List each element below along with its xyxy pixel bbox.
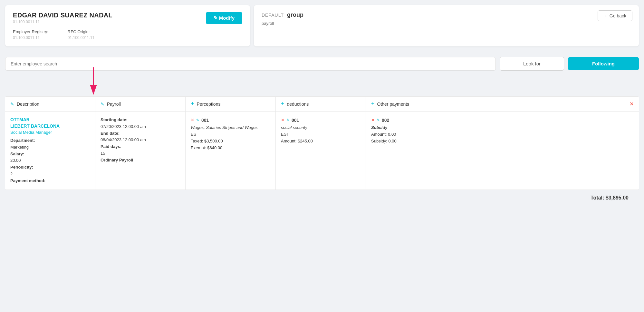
paid-days-label: Paid days:	[101, 143, 180, 150]
end-date-value: 08/04/2023 12:00:00 am	[101, 137, 180, 143]
employer-registry-value: 01.100.0011.11	[13, 35, 48, 40]
employee-first-name[interactable]: OTTMAR	[10, 117, 90, 123]
starting-date-label: Starting date:	[101, 117, 180, 123]
table-body: OTTMAR LIEBERT BARCELONA Social Media Ma…	[5, 112, 639, 190]
deduction-amount: Amount: $245.00	[281, 138, 360, 145]
col-payroll-header[interactable]: ✎ Payroll	[95, 97, 186, 111]
group-name: group	[287, 12, 303, 18]
edit-icon-other[interactable]: ✎	[377, 117, 380, 123]
look-for-button[interactable]: Look for	[500, 57, 564, 71]
employer-registry-label: Employer Registry:	[13, 29, 48, 34]
perception-code: 001	[201, 117, 209, 124]
col-description-label: Description	[17, 102, 39, 107]
other-entry-1: ✕ ✎ 002 Subsidy Amount: 0.00 Subsidy: 0.…	[371, 117, 634, 145]
perception-tag: ES	[191, 131, 270, 138]
other-code: 002	[382, 117, 389, 124]
plus-icon-other: +	[371, 101, 375, 107]
table-header: ✎ Description ✎ Payroll + Perceptions + …	[5, 96, 639, 112]
employee-name: EDGAR DAVID SUAREZ NADAL	[13, 12, 112, 19]
employee-role: Social Media Manager	[10, 129, 90, 136]
employee-last-name[interactable]: LIEBERT BARCELONA	[10, 123, 90, 130]
cell-other: ✕ ✎ 002 Subsidy Amount: 0.00 Subsidy: 0.…	[366, 112, 639, 190]
employee-card: EDGAR DAVID SUAREZ NADAL 01.100.0011.11 …	[5, 5, 250, 46]
group-subtitle: payroll	[262, 21, 631, 26]
arrow-annotation	[0, 71, 644, 96]
salary-value: 20.00	[10, 157, 90, 164]
group-title: DEFAULT group	[262, 12, 631, 18]
salary-label: Salary:	[10, 151, 90, 158]
arrow-icon	[84, 67, 103, 96]
payment-method-label: Payment method:	[10, 178, 90, 184]
periodicity-value: 2	[10, 171, 90, 178]
deduction-tag: EST	[281, 131, 360, 138]
end-date-label: End date:	[101, 130, 180, 137]
perception-exempt: Exempt: $640.00	[191, 145, 270, 151]
total-label: Total: $3,895.00	[591, 195, 629, 201]
deduction-code: 001	[292, 117, 299, 124]
other-subsidy: Subsidy: 0.00	[371, 138, 634, 145]
perception-entry-1: ✕ ✎ 001 Wages, Salaries Stripes and Wage…	[191, 117, 270, 151]
payroll-type: Ordinary Payroll	[101, 157, 180, 164]
edit-icon-perception[interactable]: ✎	[196, 117, 199, 123]
periodicity-label: Periodicity:	[10, 164, 90, 171]
group-prefix: DEFAULT	[262, 13, 284, 18]
col-other-label: Other payments	[377, 102, 409, 107]
x-icon-other[interactable]: ✕	[371, 117, 375, 124]
perception-taxed: Taxed: $3,500.00	[191, 138, 270, 145]
rfc-origin-value: 01.100.0011.11	[68, 35, 94, 40]
col-other-header[interactable]: + Other payments ✕	[366, 97, 639, 111]
department-value: Marketing	[10, 144, 90, 151]
edit-icon-payroll: ✎	[101, 102, 104, 107]
col-deductions-header[interactable]: + deductions	[276, 97, 366, 111]
rfc-origin-label: RFC Origin:	[68, 29, 94, 34]
search-input[interactable]	[5, 57, 496, 71]
rfc-origin-field: RFC Origin: 01.100.0011.11	[68, 29, 94, 40]
cell-perceptions: ✕ ✎ 001 Wages, Salaries Stripes and Wage…	[186, 112, 276, 190]
employer-registry-field: Employer Registry: 01.100.0011.11	[13, 29, 48, 40]
col-perceptions-header[interactable]: + Perceptions	[186, 97, 276, 111]
go-back-button[interactable]: ← Go back	[598, 10, 632, 21]
col-payroll-label: Payroll	[107, 102, 121, 107]
edit-icon-deduction[interactable]: ✎	[286, 117, 290, 123]
x-icon-perception[interactable]: ✕	[191, 117, 194, 124]
modify-button[interactable]: ✎ Modify	[206, 12, 243, 24]
deduction-name: social security	[281, 124, 360, 131]
col-description-header[interactable]: ✎ Description	[5, 97, 95, 111]
starting-date-value: 07/20/2023 12:00:00 am	[101, 123, 180, 130]
other-name: Subsidy	[371, 124, 634, 131]
department-label: Department:	[10, 137, 90, 144]
edit-icon-description: ✎	[10, 102, 14, 107]
cell-deductions: ✕ ✎ 001 social security EST Amount: $245…	[276, 112, 366, 190]
employee-id: 01.100.0011.11	[13, 20, 112, 24]
paid-days-value: 15	[101, 150, 180, 157]
cell-description: OTTMAR LIEBERT BARCELONA Social Media Ma…	[5, 112, 95, 190]
deduction-entry-1: ✕ ✎ 001 social security EST Amount: $245…	[281, 117, 360, 145]
plus-icon-deductions: +	[281, 101, 284, 107]
perception-name: Wages, Salaries Stripes and Wages	[191, 124, 270, 131]
x-icon-deduction[interactable]: ✕	[281, 117, 284, 124]
x-icon-other-header: ✕	[630, 101, 634, 107]
col-perceptions-label: Perceptions	[197, 102, 221, 107]
group-card: ← Go back DEFAULT group payroll	[254, 5, 639, 46]
total-row: Total: $3,895.00	[5, 190, 639, 206]
plus-icon-perceptions: +	[191, 101, 194, 107]
cell-payroll: Starting date: 07/20/2023 12:00:00 am En…	[95, 112, 186, 190]
following-button[interactable]: Following	[568, 57, 639, 70]
other-amount: Amount: 0.00	[371, 131, 634, 138]
col-deductions-label: deductions	[287, 102, 309, 107]
